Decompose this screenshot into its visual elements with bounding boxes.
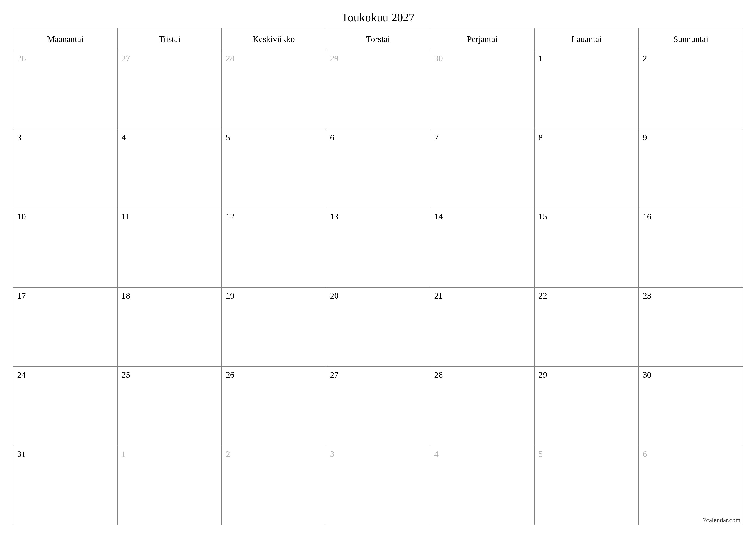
day-cell: 7	[430, 129, 535, 209]
footer-credit: 7calendar.com	[703, 516, 741, 524]
weekday-header: Sunnuntai	[639, 28, 742, 50]
day-cell: 4	[118, 129, 222, 209]
day-cell: 29	[326, 50, 430, 129]
day-cell: 3	[326, 446, 430, 525]
day-cell: 5	[222, 129, 326, 209]
day-number: 28	[226, 53, 234, 63]
day-number: 10	[17, 212, 26, 221]
day-number: 30	[643, 370, 651, 380]
day-number: 11	[122, 212, 130, 221]
day-number: 14	[434, 212, 443, 221]
day-number: 28	[434, 370, 443, 380]
day-cell: 30	[639, 367, 742, 446]
day-cell: 27	[118, 50, 222, 129]
day-number: 15	[539, 212, 547, 221]
day-cell: 19	[222, 288, 326, 367]
day-cell: 3	[14, 129, 118, 209]
day-cell: 11	[118, 208, 222, 288]
day-cell: 26	[14, 50, 118, 129]
day-cell: 6	[326, 129, 430, 209]
day-cell: 6	[639, 446, 742, 525]
day-cell: 17	[14, 288, 118, 367]
day-number: 30	[434, 53, 443, 63]
day-number: 23	[643, 291, 651, 301]
week-row: 24252627282930	[14, 367, 742, 446]
day-number: 3	[330, 449, 334, 459]
day-cell: 26	[222, 367, 326, 446]
day-cell: 5	[535, 446, 639, 525]
day-cell: 15	[535, 208, 639, 288]
day-number: 18	[122, 291, 130, 301]
day-cell: 24	[14, 367, 118, 446]
day-cell: 22	[535, 288, 639, 367]
day-cell: 8	[535, 129, 639, 209]
day-cell: 13	[326, 208, 430, 288]
calendar-grid: Maanantai Tiistai Keskiviikko Torstai Pe…	[13, 28, 743, 525]
week-row: 17181920212223	[14, 288, 742, 367]
day-number: 1	[539, 53, 543, 63]
day-number: 8	[539, 133, 543, 142]
day-cell: 31	[14, 446, 118, 525]
day-number: 7	[434, 133, 439, 142]
calendar-title: Toukokuu 2027	[13, 11, 743, 24]
day-cell: 18	[118, 288, 222, 367]
day-cell: 21	[430, 288, 535, 367]
day-number: 9	[643, 133, 647, 142]
day-number: 6	[330, 133, 334, 142]
weekday-header: Maanantai	[14, 28, 118, 50]
day-number: 5	[226, 133, 230, 142]
day-number: 12	[226, 212, 234, 221]
week-row: 10111213141516	[14, 208, 742, 288]
weekday-header: Lauantai	[535, 28, 639, 50]
day-cell: 12	[222, 208, 326, 288]
day-cell: 20	[326, 288, 430, 367]
weekday-header-row: Maanantai Tiistai Keskiviikko Torstai Pe…	[14, 28, 742, 50]
week-row: 3456789	[14, 129, 742, 209]
day-cell: 2	[639, 50, 742, 129]
day-cell: 29	[535, 367, 639, 446]
day-number: 27	[330, 370, 338, 380]
weekday-header: Tiistai	[118, 28, 222, 50]
day-number: 22	[539, 291, 547, 301]
day-number: 4	[122, 133, 126, 142]
day-cell: 27	[326, 367, 430, 446]
day-cell: 23	[639, 288, 742, 367]
day-cell: 30	[430, 50, 535, 129]
week-row: 31123456	[14, 446, 742, 525]
day-cell: 1	[535, 50, 639, 129]
day-cell: 4	[430, 446, 535, 525]
day-number: 17	[17, 291, 26, 301]
day-cell: 9	[639, 129, 742, 209]
day-number: 24	[17, 370, 26, 380]
day-number: 29	[330, 53, 338, 63]
day-number: 16	[643, 212, 651, 221]
day-number: 31	[17, 449, 26, 459]
day-cell: 14	[430, 208, 535, 288]
day-cell: 28	[430, 367, 535, 446]
day-cell: 25	[118, 367, 222, 446]
week-row: 262728293012	[14, 50, 742, 129]
day-number: 4	[434, 449, 439, 459]
day-number: 3	[17, 133, 21, 142]
day-number: 5	[539, 449, 543, 459]
day-number: 26	[17, 53, 26, 63]
day-number: 2	[643, 53, 647, 63]
day-cell: 10	[14, 208, 118, 288]
day-number: 2	[226, 449, 230, 459]
day-cell: 16	[639, 208, 742, 288]
weekday-header: Perjantai	[430, 28, 535, 50]
day-number: 1	[122, 449, 126, 459]
day-number: 13	[330, 212, 338, 221]
day-number: 26	[226, 370, 234, 380]
day-cell: 28	[222, 50, 326, 129]
day-cell: 2	[222, 446, 326, 525]
day-number: 27	[122, 53, 130, 63]
day-cell: 1	[118, 446, 222, 525]
day-number: 21	[434, 291, 443, 301]
day-number: 20	[330, 291, 338, 301]
day-number: 6	[643, 449, 647, 459]
day-number: 19	[226, 291, 234, 301]
weekday-header: Keskiviikko	[222, 28, 326, 50]
day-number: 29	[539, 370, 547, 380]
weekday-header: Torstai	[326, 28, 430, 50]
